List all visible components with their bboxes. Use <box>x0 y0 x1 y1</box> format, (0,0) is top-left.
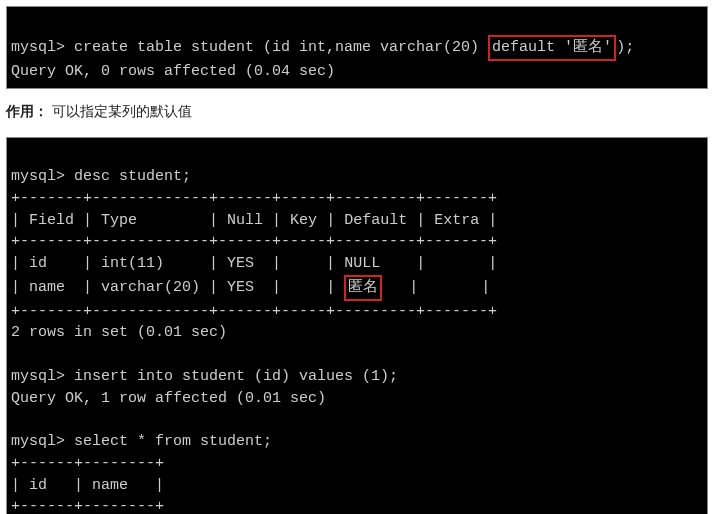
cell-field: id <box>29 255 47 272</box>
sql-select: select * from student; <box>74 433 272 450</box>
prompt: mysql> <box>11 368 65 385</box>
table-border: +-------+-------------+------+-----+----… <box>11 190 497 207</box>
prompt: mysql> <box>11 39 65 56</box>
sql-create-before: create table student (id int,name varcha… <box>74 39 488 56</box>
result-line: 2 rows in set (0.01 sec) <box>11 324 227 341</box>
prompt: mysql> <box>11 433 65 450</box>
cell-null: YES <box>227 255 254 272</box>
sql-create-after: ); <box>616 39 634 56</box>
terminal-block-2: mysql> desc student; +-------+----------… <box>6 137 708 514</box>
caption-text: 作用： 可以指定某列的默认值 <box>0 95 714 131</box>
cell-field: name <box>29 279 65 296</box>
sql-desc: desc student; <box>74 168 191 185</box>
col-type: Type <box>101 212 137 229</box>
col-field: Field <box>29 212 74 229</box>
table-border: +-------+-------------+------+-----+----… <box>11 233 497 250</box>
caption-body: 可以指定某列的默认值 <box>52 103 192 119</box>
cell-type: varchar(20) <box>101 279 200 296</box>
sql-insert: insert into student (id) values (1); <box>74 368 398 385</box>
table-border: +------+--------+ <box>11 498 164 514</box>
result-line: Query OK, 0 rows affected (0.04 sec) <box>11 63 335 80</box>
cell-type: int(11) <box>101 255 164 272</box>
col-key: Key <box>290 212 317 229</box>
default-value-highlight: 匿名 <box>344 275 382 301</box>
col-name: name <box>92 477 128 494</box>
col-default: Default <box>344 212 407 229</box>
col-id: id <box>29 477 47 494</box>
table-border: +-------+-------------+------+-----+----… <box>11 303 497 320</box>
default-clause-highlight: default '匿名' <box>488 35 616 61</box>
terminal-block-1: mysql> create table student (id int,name… <box>6 6 708 89</box>
prompt: mysql> <box>11 168 65 185</box>
col-extra: Extra <box>434 212 479 229</box>
table-border: +------+--------+ <box>11 455 164 472</box>
result-line: Query OK, 1 row affected (0.01 sec) <box>11 390 326 407</box>
cell-null: YES <box>227 279 254 296</box>
caption-label: 作用： <box>6 103 48 119</box>
cell-default: NULL <box>344 255 380 272</box>
col-null: Null <box>227 212 263 229</box>
